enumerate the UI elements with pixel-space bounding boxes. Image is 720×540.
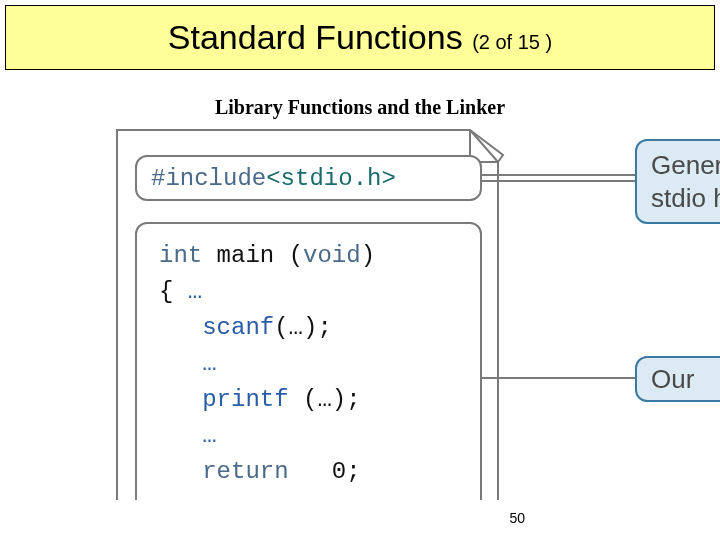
- code-line-5: printf (…);: [159, 382, 470, 418]
- code-line-2: { …: [159, 274, 470, 310]
- include-keyword: #include: [151, 165, 266, 192]
- callout-bottom: Our: [635, 356, 720, 402]
- callout-top-line2: stdio h: [651, 182, 720, 215]
- figure-area: #include <stdio.h> int main (void) { … s…: [115, 128, 720, 500]
- title-banner: Standard Functions (2 of 15 ): [5, 5, 715, 70]
- include-header: <stdio.h>: [266, 165, 396, 192]
- connector-top-line: [482, 173, 637, 185]
- main-code-box: int main (void) { … scanf(…); … printf (…: [135, 222, 482, 500]
- document-page: #include <stdio.h> int main (void) { … s…: [115, 128, 500, 500]
- callout-top: Gener stdio h: [635, 139, 720, 224]
- code-line-7: return 0;: [159, 454, 470, 490]
- connector-bottom-line: [482, 375, 637, 381]
- subtitle-text: Library Functions and the Linker: [0, 96, 720, 119]
- callout-top-line1: Gener: [651, 149, 720, 182]
- code-line-1: int main (void): [159, 238, 470, 274]
- include-directive-box: #include <stdio.h>: [135, 155, 482, 201]
- code-line-3: scanf(…);: [159, 310, 470, 346]
- code-line-6: …: [159, 418, 470, 454]
- title-text: Standard Functions (2 of 15 ): [168, 18, 552, 57]
- callout-bottom-text: Our: [651, 363, 694, 396]
- code-line-4: …: [159, 346, 470, 382]
- title-counter-text: (2 of 15 ): [472, 31, 552, 53]
- page-number: 50: [509, 510, 525, 526]
- title-main-text: Standard Functions: [168, 18, 472, 56]
